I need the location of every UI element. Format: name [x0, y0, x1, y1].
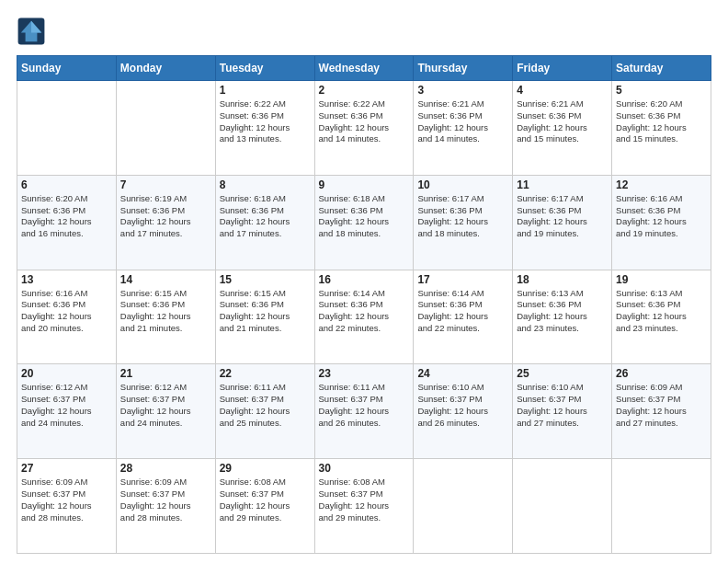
day-number: 14: [120, 273, 211, 286]
header: [17, 17, 711, 46]
day-number: 3: [417, 84, 508, 97]
weekday-header-saturday: Saturday: [612, 56, 711, 81]
calendar-cell: 21Sunrise: 6:12 AM Sunset: 6:37 PM Dayli…: [116, 364, 215, 459]
day-number: 18: [517, 273, 608, 286]
calendar-cell: 30Sunrise: 6:08 AM Sunset: 6:37 PM Dayli…: [314, 459, 414, 554]
day-number: 9: [319, 178, 410, 191]
day-number: 13: [21, 273, 112, 286]
day-number: 4: [517, 84, 608, 97]
weekday-header-sunday: Sunday: [17, 56, 117, 81]
day-info: Sunrise: 6:15 AM Sunset: 6:36 PM Dayligh…: [120, 288, 211, 335]
day-number: 8: [220, 178, 311, 191]
calendar-cell: 20Sunrise: 6:12 AM Sunset: 6:37 PM Dayli…: [17, 364, 117, 459]
calendar-cell: 16Sunrise: 6:14 AM Sunset: 6:36 PM Dayli…: [314, 270, 414, 364]
day-number: 22: [220, 367, 311, 380]
calendar-cell: 14Sunrise: 6:15 AM Sunset: 6:36 PM Dayli…: [116, 270, 215, 364]
day-info: Sunrise: 6:16 AM Sunset: 6:36 PM Dayligh…: [616, 193, 707, 240]
weekday-header-friday: Friday: [513, 56, 612, 81]
day-number: 12: [616, 178, 707, 191]
calendar-cell: 13Sunrise: 6:16 AM Sunset: 6:36 PM Dayli…: [17, 270, 117, 364]
calendar-cell: 7Sunrise: 6:19 AM Sunset: 6:36 PM Daylig…: [116, 175, 215, 270]
day-number: 21: [120, 367, 211, 380]
calendar-cell: 12Sunrise: 6:16 AM Sunset: 6:36 PM Dayli…: [612, 175, 711, 270]
calendar-table: SundayMondayTuesdayWednesdayThursdayFrid…: [17, 55, 711, 554]
calendar-cell: 17Sunrise: 6:14 AM Sunset: 6:36 PM Dayli…: [414, 270, 513, 364]
day-info: Sunrise: 6:13 AM Sunset: 6:36 PM Dayligh…: [517, 288, 608, 335]
calendar-cell: 22Sunrise: 6:11 AM Sunset: 6:37 PM Dayli…: [215, 364, 314, 459]
day-info: Sunrise: 6:15 AM Sunset: 6:36 PM Dayligh…: [220, 288, 311, 335]
day-number: 25: [517, 367, 608, 380]
day-info: Sunrise: 6:10 AM Sunset: 6:37 PM Dayligh…: [517, 382, 608, 429]
calendar-cell: 2Sunrise: 6:22 AM Sunset: 6:36 PM Daylig…: [314, 81, 414, 176]
day-info: Sunrise: 6:21 AM Sunset: 6:36 PM Dayligh…: [417, 98, 508, 145]
calendar-cell: 25Sunrise: 6:10 AM Sunset: 6:37 PM Dayli…: [513, 364, 612, 459]
calendar-cell: [513, 459, 612, 554]
calendar-cell: 6Sunrise: 6:20 AM Sunset: 6:36 PM Daylig…: [17, 175, 117, 270]
day-number: 2: [319, 84, 410, 97]
day-number: 16: [319, 273, 410, 286]
day-info: Sunrise: 6:14 AM Sunset: 6:36 PM Dayligh…: [319, 288, 410, 335]
day-number: 17: [417, 273, 508, 286]
day-number: 28: [120, 462, 211, 475]
calendar-cell: 4Sunrise: 6:21 AM Sunset: 6:36 PM Daylig…: [513, 81, 612, 176]
day-number: 11: [517, 178, 608, 191]
week-row-1: 1Sunrise: 6:22 AM Sunset: 6:36 PM Daylig…: [17, 81, 711, 176]
day-info: Sunrise: 6:08 AM Sunset: 6:37 PM Dayligh…: [319, 477, 410, 523]
calendar-cell: 23Sunrise: 6:11 AM Sunset: 6:37 PM Dayli…: [314, 364, 414, 459]
day-info: Sunrise: 6:13 AM Sunset: 6:36 PM Dayligh…: [616, 288, 707, 335]
day-number: 1: [220, 84, 311, 97]
calendar-cell: 29Sunrise: 6:08 AM Sunset: 6:37 PM Dayli…: [215, 459, 314, 554]
day-info: Sunrise: 6:18 AM Sunset: 6:36 PM Dayligh…: [319, 193, 410, 240]
weekday-header-tuesday: Tuesday: [215, 56, 314, 81]
day-info: Sunrise: 6:09 AM Sunset: 6:37 PM Dayligh…: [616, 382, 707, 429]
day-number: 24: [417, 367, 508, 380]
page: SundayMondayTuesdayWednesdayThursdayFrid…: [0, 0, 728, 563]
calendar-cell: 27Sunrise: 6:09 AM Sunset: 6:37 PM Dayli…: [17, 459, 117, 554]
calendar-cell: 19Sunrise: 6:13 AM Sunset: 6:36 PM Dayli…: [612, 270, 711, 364]
weekday-header-wednesday: Wednesday: [314, 56, 414, 81]
day-number: 23: [319, 367, 410, 380]
day-number: 15: [220, 273, 311, 286]
calendar-cell: 26Sunrise: 6:09 AM Sunset: 6:37 PM Dayli…: [612, 364, 711, 459]
calendar-cell: 9Sunrise: 6:18 AM Sunset: 6:36 PM Daylig…: [314, 175, 414, 270]
week-row-4: 20Sunrise: 6:12 AM Sunset: 6:37 PM Dayli…: [17, 364, 711, 459]
day-info: Sunrise: 6:09 AM Sunset: 6:37 PM Dayligh…: [120, 477, 211, 523]
calendar-cell: 24Sunrise: 6:10 AM Sunset: 6:37 PM Dayli…: [414, 364, 513, 459]
weekday-header-monday: Monday: [116, 56, 215, 81]
day-info: Sunrise: 6:10 AM Sunset: 6:37 PM Dayligh…: [417, 382, 508, 429]
day-info: Sunrise: 6:22 AM Sunset: 6:36 PM Dayligh…: [220, 98, 311, 145]
day-info: Sunrise: 6:20 AM Sunset: 6:36 PM Dayligh…: [21, 193, 112, 240]
logo-icon: [17, 17, 46, 46]
calendar-cell: 1Sunrise: 6:22 AM Sunset: 6:36 PM Daylig…: [215, 81, 314, 176]
calendar-cell: 8Sunrise: 6:18 AM Sunset: 6:36 PM Daylig…: [215, 175, 314, 270]
day-number: 6: [21, 178, 112, 191]
calendar-cell: [612, 459, 711, 554]
day-number: 26: [616, 367, 707, 380]
day-info: Sunrise: 6:14 AM Sunset: 6:36 PM Dayligh…: [417, 288, 508, 335]
day-number: 5: [616, 84, 707, 97]
day-info: Sunrise: 6:17 AM Sunset: 6:36 PM Dayligh…: [517, 193, 608, 240]
day-info: Sunrise: 6:22 AM Sunset: 6:36 PM Dayligh…: [319, 98, 410, 145]
day-number: 10: [417, 178, 508, 191]
week-row-3: 13Sunrise: 6:16 AM Sunset: 6:36 PM Dayli…: [17, 270, 711, 364]
calendar-cell: 18Sunrise: 6:13 AM Sunset: 6:36 PM Dayli…: [513, 270, 612, 364]
day-info: Sunrise: 6:18 AM Sunset: 6:36 PM Dayligh…: [220, 193, 311, 240]
day-info: Sunrise: 6:11 AM Sunset: 6:37 PM Dayligh…: [220, 382, 311, 429]
day-info: Sunrise: 6:12 AM Sunset: 6:37 PM Dayligh…: [21, 382, 112, 429]
day-number: 27: [21, 462, 112, 475]
calendar-cell: 28Sunrise: 6:09 AM Sunset: 6:37 PM Dayli…: [116, 459, 215, 554]
day-info: Sunrise: 6:08 AM Sunset: 6:37 PM Dayligh…: [220, 477, 311, 523]
day-info: Sunrise: 6:19 AM Sunset: 6:36 PM Dayligh…: [120, 193, 211, 240]
day-info: Sunrise: 6:12 AM Sunset: 6:37 PM Dayligh…: [120, 382, 211, 429]
day-info: Sunrise: 6:16 AM Sunset: 6:36 PM Dayligh…: [21, 288, 112, 335]
weekday-header-row: SundayMondayTuesdayWednesdayThursdayFrid…: [17, 56, 711, 81]
calendar-cell: 3Sunrise: 6:21 AM Sunset: 6:36 PM Daylig…: [414, 81, 513, 176]
day-info: Sunrise: 6:09 AM Sunset: 6:37 PM Dayligh…: [21, 477, 112, 523]
day-number: 7: [120, 178, 211, 191]
week-row-5: 27Sunrise: 6:09 AM Sunset: 6:37 PM Dayli…: [17, 459, 711, 554]
week-row-2: 6Sunrise: 6:20 AM Sunset: 6:36 PM Daylig…: [17, 175, 711, 270]
logo: [17, 17, 50, 46]
day-info: Sunrise: 6:20 AM Sunset: 6:36 PM Dayligh…: [616, 98, 707, 145]
calendar-cell: [17, 81, 117, 176]
calendar-cell: 10Sunrise: 6:17 AM Sunset: 6:36 PM Dayli…: [414, 175, 513, 270]
